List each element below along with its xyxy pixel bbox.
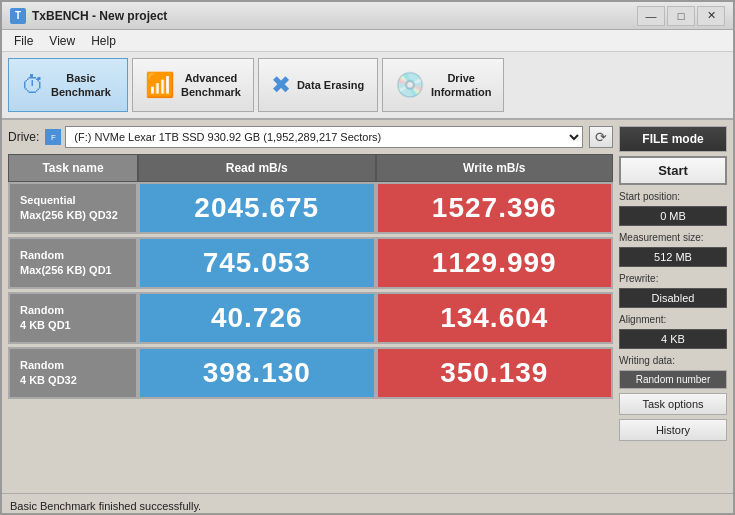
app-icon: T [10,8,26,24]
start-position-label: Start position: [619,191,727,202]
right-panel: FILE mode Start Start position: 0 MB Mea… [619,126,727,487]
write-cell: 1129.999 [376,237,614,289]
left-panel: Drive: F (F:) NVMe Lexar 1TB SSD 930.92 … [8,126,613,487]
drive-row: Drive: F (F:) NVMe Lexar 1TB SSD 930.92 … [8,126,613,148]
task-cell: RandomMax(256 KB) QD1 [8,237,138,289]
measurement-size-label: Measurement size: [619,232,727,243]
tab-data-erasing[interactable]: ✖ Data Erasing [258,58,378,112]
titlebar-left: T TxBENCH - New project [10,8,167,24]
data-erasing-icon: ✖ [271,71,291,99]
tab-drive-information[interactable]: 💿 DriveInformation [382,58,505,112]
prewrite-label: Prewrite: [619,273,727,284]
read-cell: 398.130 [138,347,376,399]
tab-basic-benchmark-label: BasicBenchmark [51,71,111,100]
col-write: Write mB/s [376,154,614,182]
alignment-label: Alignment: [619,314,727,325]
start-button[interactable]: Start [619,156,727,185]
task-cell: Random4 KB QD32 [8,347,138,399]
history-button[interactable]: History [619,419,727,441]
tab-basic-benchmark[interactable]: ⏱ BasicBenchmark [8,58,128,112]
col-taskname: Task name [8,154,138,182]
maximize-button[interactable]: □ [667,6,695,26]
table-row: RandomMax(256 KB) QD1745.0531129.999 [8,237,613,289]
write-cell: 1527.396 [376,182,614,234]
writing-data-value: Random number [619,370,727,389]
col-read: Read mB/s [138,154,376,182]
status-text: Basic Benchmark finished successfully. [10,500,201,512]
drive-select[interactable]: (F:) NVMe Lexar 1TB SSD 930.92 GB (1,952… [65,126,583,148]
menu-view[interactable]: View [41,32,83,50]
write-cell: 134.604 [376,292,614,344]
task-cell: SequentialMax(256 KB) QD32 [8,182,138,234]
menu-help[interactable]: Help [83,32,124,50]
writing-data-label: Writing data: [619,355,727,366]
basic-benchmark-icon: ⏱ [21,71,45,99]
read-cell: 745.053 [138,237,376,289]
write-cell: 350.139 [376,347,614,399]
file-mode-button[interactable]: FILE mode [619,126,727,152]
advanced-benchmark-icon: 📶 [145,71,175,99]
tab-drive-information-label: DriveInformation [431,71,492,100]
menubar: File View Help [2,30,733,52]
toolbar: ⏱ BasicBenchmark 📶 AdvancedBenchmark ✖ D… [2,52,733,120]
close-button[interactable]: ✕ [697,6,725,26]
read-cell: 40.726 [138,292,376,344]
benchmark-table: Task name Read mB/s Write mB/s Sequentia… [8,154,613,399]
task-cell: Random4 KB QD1 [8,292,138,344]
task-options-button[interactable]: Task options [619,393,727,415]
read-cell: 2045.675 [138,182,376,234]
drive-type-icon: F [51,133,56,142]
drive-label: Drive: [8,130,39,144]
prewrite-value: Disabled [619,288,727,308]
alignment-value: 4 KB [619,329,727,349]
menu-file[interactable]: File [6,32,41,50]
drive-refresh-button[interactable]: ⟳ [589,126,613,148]
minimize-button[interactable]: — [637,6,665,26]
table-row: SequentialMax(256 KB) QD322045.6751527.3… [8,182,613,234]
table-row: Random4 KB QD140.726134.604 [8,292,613,344]
titlebar-controls: — □ ✕ [637,6,725,26]
measurement-size-value: 512 MB [619,247,727,267]
titlebar-title: TxBENCH - New project [32,9,167,23]
table-row: Random4 KB QD32398.130350.139 [8,347,613,399]
tab-advanced-benchmark[interactable]: 📶 AdvancedBenchmark [132,58,254,112]
statusbar: Basic Benchmark finished successfully. [2,493,733,515]
main-area: Drive: F (F:) NVMe Lexar 1TB SSD 930.92 … [2,120,733,493]
start-position-value: 0 MB [619,206,727,226]
titlebar: T TxBENCH - New project — □ ✕ [2,2,733,30]
tab-data-erasing-label: Data Erasing [297,78,364,92]
tab-advanced-benchmark-label: AdvancedBenchmark [181,71,241,100]
drive-information-icon: 💿 [395,71,425,99]
